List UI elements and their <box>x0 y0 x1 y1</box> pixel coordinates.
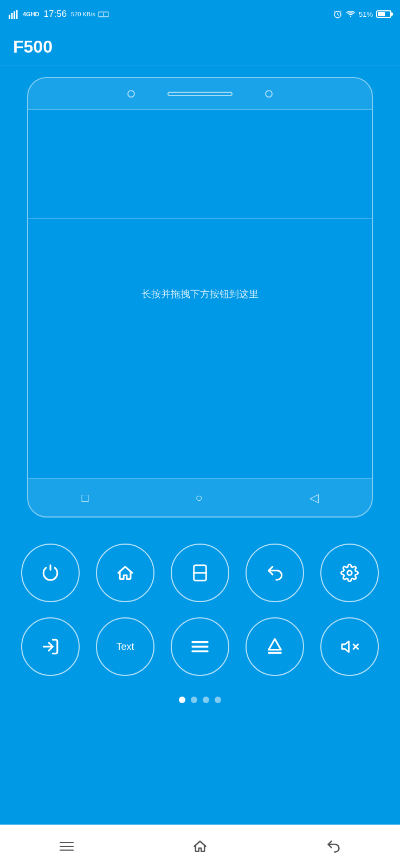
system-menu-icon[interactable] <box>59 840 74 852</box>
svg-rect-2 <box>14 11 15 19</box>
text-label: Text <box>116 641 134 653</box>
settings-button[interactable] <box>320 544 379 602</box>
dot-2[interactable] <box>191 697 197 703</box>
system-home-icon[interactable] <box>192 839 208 854</box>
controls-row-1 <box>13 544 387 602</box>
battery-percent: 51% <box>359 10 373 18</box>
svg-rect-1 <box>11 13 13 19</box>
network-type: 4GHD <box>23 11 40 17</box>
menu-button[interactable] <box>171 617 229 676</box>
front-camera-icon <box>127 90 135 98</box>
multiwindow-button[interactable] <box>171 544 229 602</box>
phone-home-icon: ○ <box>195 491 202 505</box>
signin-button[interactable] <box>21 617 80 676</box>
page-dots <box>13 691 387 714</box>
page-title: F500 <box>13 37 53 57</box>
controls-area: Text <box>0 528 400 714</box>
svg-rect-3 <box>16 10 18 19</box>
svg-line-8 <box>340 11 341 12</box>
svg-marker-17 <box>269 639 281 650</box>
phone-top-bar <box>28 78 372 110</box>
notification-icon: 🀱 <box>98 9 109 20</box>
battery-icon <box>376 10 391 18</box>
system-nav-bar <box>0 825 400 868</box>
phone-frame: 长按并拖拽下方按钮到这里 □ ○ ◁ <box>27 77 373 518</box>
sensor-icon <box>265 90 273 98</box>
svg-marker-19 <box>342 641 349 652</box>
controls-row-2: Text <box>13 617 387 676</box>
dot-1[interactable] <box>179 697 185 703</box>
title-bar: F500 <box>0 28 400 66</box>
power-button[interactable] <box>21 544 80 602</box>
signal-icon <box>9 9 21 19</box>
system-back-icon[interactable] <box>326 839 341 854</box>
dot-3[interactable] <box>203 697 209 703</box>
time-display: 17:56 <box>44 9 67 20</box>
phone-speaker <box>167 92 233 96</box>
status-right: 51% <box>333 9 391 19</box>
phone-recent-icon: □ <box>81 491 88 505</box>
drag-hint: 长按并拖拽下方按钮到这里 <box>120 288 280 301</box>
svg-line-6 <box>338 15 339 16</box>
phone-screen-top <box>28 110 372 219</box>
alarm-icon <box>333 9 343 19</box>
phone-frame-area: 长按并拖拽下方按钮到这里 □ ○ ◁ <box>0 66 400 528</box>
wifi-icon <box>346 10 356 18</box>
svg-rect-0 <box>9 15 10 19</box>
eject-button[interactable] <box>246 617 304 676</box>
speed-display: 520 KB/s <box>71 11 95 17</box>
svg-point-9 <box>350 16 351 17</box>
status-bar: 4GHD 17:56 520 KB/s 🀱 51% <box>0 0 400 28</box>
text-button[interactable]: Text <box>96 617 154 676</box>
phone-screen: 长按并拖拽下方按钮到这里 <box>28 110 372 478</box>
back-button[interactable] <box>246 544 304 602</box>
status-left: 4GHD 17:56 520 KB/s 🀱 <box>9 9 109 20</box>
home-button[interactable] <box>96 544 154 602</box>
mute-button[interactable] <box>320 617 379 676</box>
dot-4[interactable] <box>215 697 221 703</box>
phone-back-icon: ◁ <box>309 491 319 505</box>
phone-bottom-bar: □ ○ ◁ <box>28 478 372 516</box>
svg-line-7 <box>334 11 335 12</box>
svg-point-12 <box>347 571 352 576</box>
